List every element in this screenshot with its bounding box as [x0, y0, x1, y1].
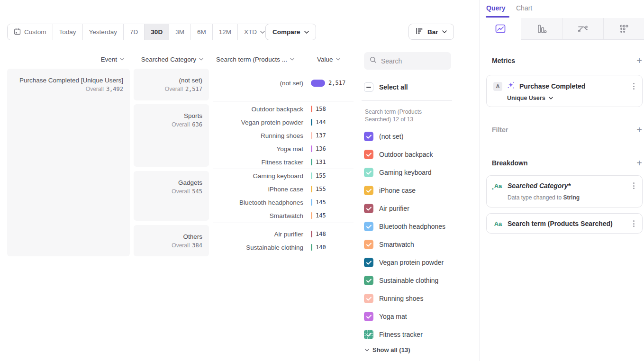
compare-button[interactable]: Compare — [265, 24, 316, 40]
table-row[interactable]: Running shoes 137 — [213, 129, 354, 142]
series-item-label: iPhone case — [379, 187, 416, 194]
series-item-label: Air purifier — [379, 205, 409, 212]
table-row[interactable]: Sustainable clothing 140 — [213, 241, 354, 254]
event-cell[interactable]: Purchase Completed [Unique Users] Overal… — [7, 69, 130, 256]
chevron-down-icon — [260, 31, 265, 34]
tab-chart[interactable]: Chart — [516, 4, 532, 12]
kebab-menu-icon[interactable] — [632, 181, 635, 190]
breakdown-card[interactable]: Aa Search term (Products Searched) — [486, 213, 643, 234]
date-range-today[interactable]: Today — [53, 24, 83, 40]
table-row[interactable]: (not set) 2,517 — [213, 76, 354, 90]
kebab-menu-icon[interactable] — [632, 219, 635, 228]
breakdown-section-header: Breakdown + — [492, 158, 642, 168]
show-all-toggle[interactable]: Show all (13) — [365, 346, 410, 353]
column-header-search-term[interactable]: Search term (Products ... — [216, 54, 316, 64]
series-item[interactable]: Yoga mat — [364, 307, 475, 325]
chevron-down-icon — [290, 58, 294, 61]
series-list-label: Search term (Products Searched) 12 of 13 — [365, 108, 448, 123]
breakdown-card[interactable]: Aa* Searched Category* Data type changed… — [486, 175, 643, 208]
checked-checkbox-icon — [364, 222, 373, 231]
checked-checkbox-icon — [364, 132, 373, 141]
event-name: Purchase Completed [Unique Users] — [14, 76, 123, 84]
series-item-label: Bluetooth headphones — [379, 223, 445, 230]
date-range-30d[interactable]: 30D — [145, 24, 169, 40]
date-range-12m[interactable]: 12M — [213, 24, 238, 40]
metrics-heading: Metrics — [492, 57, 515, 64]
analytics-app: Custom Today Yesterday 7D 30D 3M 6M 12M … — [0, 0, 644, 361]
series-item[interactable]: Bluetooth headphones — [364, 217, 475, 235]
series-item[interactable]: Fitness tracker — [364, 325, 475, 343]
tab-retention[interactable] — [604, 18, 644, 40]
date-range-7d[interactable]: 7D — [124, 24, 145, 40]
checked-checkbox-icon — [364, 330, 373, 339]
calendar-icon — [14, 28, 21, 36]
column-header-value[interactable]: Value — [317, 54, 355, 64]
date-range-6m[interactable]: 6M — [191, 24, 213, 40]
category-cell[interactable]: Others Overall384 — [134, 225, 209, 256]
table-row[interactable]: Outdoor backpack 158 — [213, 102, 354, 116]
series-item-label: Outdoor backpack — [379, 151, 433, 158]
breakdown-heading: Breakdown — [492, 159, 527, 167]
series-item[interactable]: Gaming keyboard — [364, 163, 475, 181]
chevron-down-icon — [120, 58, 124, 61]
date-range-yesterday[interactable]: Yesterday — [83, 24, 124, 40]
chevron-down-icon — [199, 58, 203, 61]
breakdown-property-name: Search term (Products Searched) — [508, 220, 627, 227]
table-row[interactable]: Fitness tracker 131 — [213, 155, 354, 169]
tab-insights[interactable] — [480, 18, 521, 40]
table-row[interactable]: Gaming keyboard 155 — [213, 169, 354, 182]
category-cell[interactable]: Gadgets Overall545 — [134, 171, 209, 221]
table-row[interactable]: Bluetooth headphones 145 — [213, 196, 354, 209]
category-column: (not set) Overall2,517 Sports Overall636… — [134, 69, 209, 256]
checked-checkbox-icon — [364, 258, 373, 267]
series-search[interactable] — [364, 52, 451, 70]
term-group: (not set) 2,517 — [213, 69, 354, 101]
series-item[interactable]: Air purifier — [364, 199, 475, 217]
category-cell[interactable]: Sports Overall636 — [134, 104, 209, 167]
table-row[interactable]: Air purifier 148 — [213, 227, 354, 241]
insights-line-chart-icon — [495, 24, 506, 33]
date-range-3m[interactable]: 3M — [169, 24, 191, 40]
series-item[interactable]: Vegan protein powder — [364, 253, 475, 271]
metrics-section-header: Metrics + — [492, 56, 642, 65]
add-filter-button[interactable]: + — [636, 125, 642, 135]
tab-query[interactable]: Query — [486, 4, 505, 12]
date-range-custom[interactable]: Custom — [8, 24, 53, 40]
checked-checkbox-icon — [364, 240, 373, 249]
value-bar — [311, 172, 312, 179]
measure-label: Unique Users — [507, 95, 545, 101]
term-group: Gaming keyboard 155 iPhone case 155 Blue… — [213, 169, 354, 223]
select-all-checkbox[interactable]: Select all — [364, 82, 408, 92]
table-row[interactable]: Smartwatch 145 — [213, 209, 354, 222]
search-input[interactable] — [381, 57, 443, 65]
table-row[interactable]: Vegan protein powder 144 — [213, 116, 354, 129]
value-bar — [311, 186, 312, 192]
series-item[interactable]: Smartwatch — [364, 235, 475, 253]
date-range-segmented-control: Custom Today Yesterday 7D 30D 3M 6M 12M … — [7, 24, 272, 40]
measure-dropdown[interactable]: Unique Users — [507, 95, 635, 101]
table-row[interactable]: iPhone case 155 — [213, 182, 354, 196]
kebab-menu-icon[interactable] — [632, 82, 635, 90]
series-item[interactable]: Running shoes — [364, 289, 475, 307]
column-header-event[interactable]: Event — [7, 54, 130, 64]
series-item-label: Smartwatch — [379, 241, 414, 248]
add-breakdown-button[interactable]: + — [636, 158, 642, 168]
category-cell[interactable]: (not set) Overall2,517 — [134, 69, 209, 100]
series-item[interactable]: Outdoor backpack — [364, 145, 475, 163]
value-bar — [311, 132, 312, 139]
series-item[interactable]: Sustainable clothing — [364, 271, 475, 289]
metric-card[interactable]: A Purchase Completed Unique Users — [486, 75, 643, 107]
event-sparkle-icon — [507, 81, 515, 91]
tab-flows[interactable] — [562, 18, 604, 40]
value-bar — [311, 244, 312, 251]
table-row[interactable]: Yoga mat 136 — [213, 142, 354, 155]
series-item-label: Yoga mat — [379, 313, 407, 320]
series-item[interactable]: (not set) — [364, 127, 475, 145]
column-header-searched-category[interactable]: Searched Category — [134, 54, 209, 64]
series-item-label: Fitness tracker — [379, 331, 423, 338]
checked-checkbox-icon — [364, 294, 373, 303]
metric-series-badge: A — [493, 82, 502, 91]
series-item[interactable]: iPhone case — [364, 181, 475, 199]
tab-funnels[interactable] — [521, 18, 562, 40]
add-metric-button[interactable]: + — [636, 56, 642, 65]
